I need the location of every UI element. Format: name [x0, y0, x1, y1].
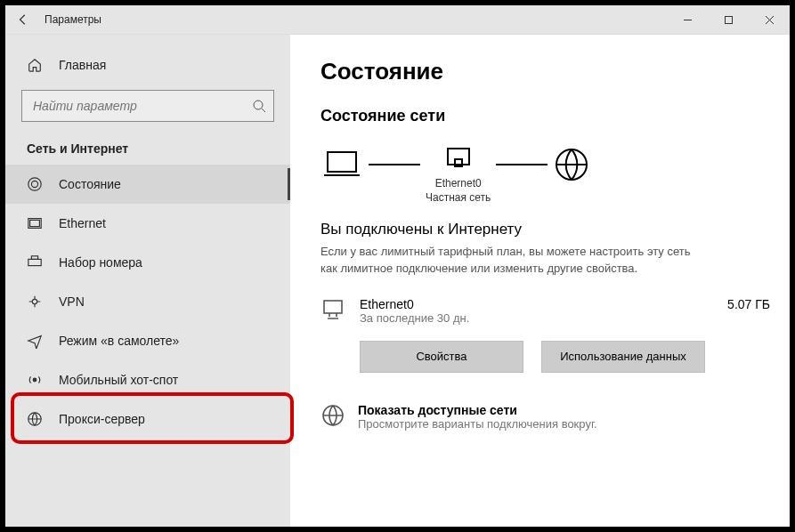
search-icon [252, 99, 266, 113]
internet-node [553, 146, 590, 201]
search-input[interactable] [31, 98, 252, 114]
arrow-left-icon [17, 13, 29, 26]
sidebar-item-label: Режим «в самолете» [59, 334, 179, 348]
back-button[interactable] [5, 5, 41, 34]
sidebar-home-label: Главная [59, 58, 106, 72]
device-node [320, 149, 363, 198]
minimize-icon [683, 15, 693, 25]
adapter-name: Ethernet0 [435, 177, 482, 189]
network-diagram: Ethernet0Частная сеть [320, 141, 770, 205]
content-area: Состояние Состояние сети Ethernet0Частна… [290, 35, 790, 527]
usage-adapter-name: Ethernet0 [360, 297, 469, 311]
titlebar: Параметры [5, 5, 790, 35]
svg-rect-9 [31, 256, 37, 260]
svg-point-10 [32, 299, 37, 303]
section-title: Состояние сети [320, 107, 770, 125]
sidebar-home[interactable]: Главная [5, 45, 290, 85]
svg-rect-1 [725, 16, 732, 23]
svg-point-4 [28, 178, 41, 190]
status-icon [27, 176, 43, 192]
sidebar-group-header: Сеть и Интернет [5, 134, 290, 165]
button-row: Свойства Использование данных [360, 341, 770, 373]
usage-row: Ethernet0 За последние 30 дн. 5.07 ГБ [320, 297, 770, 325]
connection-status-title: Вы подключены к Интернету [320, 221, 770, 238]
close-button[interactable] [749, 5, 790, 34]
vpn-icon [27, 294, 43, 310]
sidebar-item-label: Прокси-сервер [59, 412, 145, 426]
dialup-icon [27, 254, 43, 270]
selection-indicator [288, 168, 290, 200]
diagram-connector [496, 164, 548, 165]
window-controls [667, 5, 790, 34]
search-box[interactable] [21, 90, 274, 122]
sidebar-item-label: VPN [59, 294, 85, 309]
svg-rect-17 [324, 301, 342, 313]
adapter-node: Ethernet0Частная сеть [426, 141, 491, 205]
svg-line-3 [262, 109, 265, 112]
svg-rect-7 [30, 220, 40, 226]
proxy-icon [27, 411, 43, 427]
maximize-icon [724, 15, 734, 25]
svg-rect-8 [28, 259, 41, 265]
ethernet-port-icon [442, 141, 475, 173]
sidebar-item-vpn[interactable]: VPN [5, 282, 290, 321]
sidebar: Главная Сеть и Интернет Состояние Ethern… [5, 35, 290, 527]
usage-amount: 5.07 ГБ [727, 297, 770, 311]
globe-icon [320, 403, 345, 428]
data-usage-button[interactable]: Использование данных [541, 341, 705, 373]
sidebar-item-airplane[interactable]: Режим «в самолете» [5, 321, 290, 360]
svg-rect-13 [328, 152, 356, 172]
sidebar-item-label: Набор номера [59, 255, 142, 270]
sidebar-item-hotspot[interactable]: Мобильный хот-спот [5, 360, 290, 399]
available-networks-title: Показать доступные сети [358, 403, 597, 417]
settings-window: Параметры Главная Сеть и Интернет Состоя… [0, 0, 795, 532]
minimize-button[interactable] [667, 5, 708, 34]
window-title: Параметры [45, 13, 101, 26]
available-networks-sub: Просмотрите варианты подключения вокруг. [358, 417, 597, 431]
ethernet-icon [27, 215, 43, 231]
hotspot-icon [27, 372, 43, 388]
svg-rect-14 [448, 149, 469, 165]
home-icon [27, 57, 43, 73]
maximize-button[interactable] [708, 5, 749, 34]
sidebar-item-status[interactable]: Состояние [5, 165, 290, 204]
svg-point-5 [31, 181, 37, 187]
sidebar-item-dialup[interactable]: Набор номера [5, 243, 290, 282]
adapter-profile: Частная сеть [426, 191, 491, 204]
diagram-connector [369, 164, 420, 165]
airplane-icon [27, 333, 43, 349]
adapter-small-icon [320, 297, 347, 325]
sidebar-item-proxy[interactable]: Прокси-сервер [5, 399, 290, 439]
close-icon [765, 15, 775, 25]
sidebar-item-ethernet[interactable]: Ethernet [5, 204, 290, 243]
svg-point-2 [254, 101, 263, 109]
svg-point-11 [33, 378, 37, 382]
globe-icon [553, 146, 590, 183]
laptop-icon [320, 149, 363, 181]
connection-status-desc: Если у вас лимитный тарифный план, вы мо… [320, 244, 703, 278]
usage-period: За последние 30 дн. [360, 311, 469, 325]
sidebar-item-label: Ethernet [59, 216, 106, 230]
sidebar-item-label: Мобильный хот-спот [59, 373, 178, 387]
available-networks-row[interactable]: Показать доступные сети Просмотрите вари… [320, 403, 770, 431]
page-title: Состояние [320, 58, 770, 85]
sidebar-item-label: Состояние [59, 177, 121, 191]
properties-button[interactable]: Свойства [360, 341, 523, 373]
